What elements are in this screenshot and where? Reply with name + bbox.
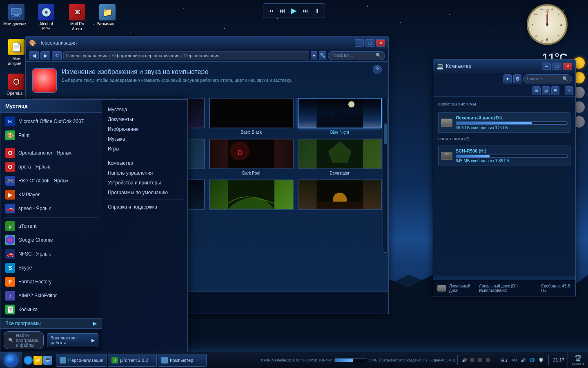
- media-next-btn[interactable]: ⏭: [301, 7, 310, 15]
- taskbar-item-utorrent[interactable]: μ μTorrent 2.0.2: [108, 354, 157, 367]
- breadcrumb-item-2[interactable]: Оформление и персонализация: [112, 53, 180, 58]
- help-btn[interactable]: ?: [373, 65, 382, 74]
- theme-item-sunset[interactable]: [298, 180, 382, 216]
- start-item-rise-atlanti[interactable]: 🎮 Rise Of Atlanti - Ярлык: [0, 174, 102, 188]
- start-item-opera-launcher[interactable]: O OperaLauncher - Ярлык: [0, 146, 102, 160]
- paint-label: Paint: [18, 132, 29, 138]
- computer-more-btn[interactable]: ⚙: [513, 74, 521, 83]
- taskbar-item-computer[interactable]: Компьютер: [158, 354, 207, 367]
- search-field[interactable]: Поиск в п... 🔍: [328, 51, 385, 60]
- close-btn[interactable]: ✕: [376, 39, 385, 47]
- start-right-images[interactable]: Изображения: [102, 124, 187, 134]
- tray-icon-1[interactable]: ⬛: [469, 357, 475, 364]
- opera-label: opera - Ярлык: [18, 164, 50, 170]
- tray-icon-3[interactable]: ⬛: [484, 357, 491, 364]
- maximize-btn[interactable]: □: [365, 39, 374, 47]
- tray-update-icon[interactable]: 🛡️: [538, 357, 544, 364]
- theme-item-green-bright[interactable]: [209, 180, 294, 216]
- drive-h-progress: [456, 155, 490, 157]
- quick-launch-ie[interactable]: 🌐: [24, 356, 33, 365]
- start-item-aimp2[interactable]: ♪ AIMP2 SkinEditor: [0, 289, 102, 303]
- start-item-nfsc[interactable]: 🚗 NFSC - Ярлык: [0, 247, 102, 261]
- start-right-control-panel[interactable]: Панель управления: [102, 168, 187, 178]
- theme-item-basic-black[interactable]: Basic Black: [209, 98, 294, 135]
- breadcrumb-item-1[interactable]: Панель управления: [66, 53, 107, 58]
- start-right-games[interactable]: Игры: [102, 144, 187, 154]
- search-box[interactable]: 🔍 Найти программы и файлы: [4, 331, 44, 349]
- tray-sound-icon[interactable]: 🔊: [520, 357, 526, 364]
- minimize-btn[interactable]: ─: [355, 39, 364, 47]
- media-play-btn[interactable]: ▶: [290, 5, 298, 16]
- outlook-icon: ✉: [5, 117, 15, 126]
- nav-extra-btn[interactable]: 🔧: [319, 51, 326, 60]
- media-prev-btn[interactable]: ⏮: [267, 7, 276, 15]
- start-item-format-factory[interactable]: F Format Factory: [0, 275, 102, 289]
- start-right-documents[interactable]: Документы: [102, 114, 187, 124]
- desktop-icon-mailru[interactable]: ✉ Mail.RuАгент: [63, 4, 91, 31]
- start-item-skype[interactable]: S Skype: [0, 261, 102, 275]
- start-item-outlook[interactable]: ✉ Microsoft Office OutlOok 2007: [0, 114, 102, 128]
- theme-item-blue-night[interactable]: Blue Night: [298, 98, 382, 135]
- bottom-drive-free: Свободно: 45,8 ГБ: [541, 284, 571, 293]
- desktop-icon-unnamed[interactable]: 📁 Безымян...: [93, 4, 122, 27]
- svg-text:8: 8: [535, 34, 537, 38]
- start-right-defaults[interactable]: Программы по умолчанию: [102, 188, 187, 197]
- start-right-devices[interactable]: Устройства и принтеры: [102, 178, 187, 188]
- start-right-mustacja[interactable]: Мустяца: [102, 105, 187, 114]
- tray-divider: [495, 355, 495, 365]
- tray-ru-icon[interactable]: RU: [511, 357, 517, 364]
- view-btn-4[interactable]: ?: [565, 86, 573, 95]
- computer-dropdown-btn[interactable]: ▾: [503, 74, 512, 83]
- start-item-opera[interactable]: O opera - Ярлык: [0, 160, 102, 174]
- taskbar-clock[interactable]: 21:17: [553, 357, 564, 363]
- nav-dropdown-btn[interactable]: ▾: [311, 51, 317, 60]
- start-item-speed[interactable]: 🚗 speed - Ярлык: [0, 202, 102, 215]
- computer-minimize-btn[interactable]: ─: [542, 63, 551, 70]
- opera-launcher-label: OperaLauncher - Ярлык: [18, 150, 71, 156]
- forward-btn[interactable]: ▶: [40, 51, 50, 60]
- start-item-chrome[interactable]: Google Chrome: [0, 233, 102, 247]
- start-menu: Мустяца ✉ Microsoft Office OutlOok 2007 …: [0, 99, 188, 352]
- view-btn-1[interactable]: ⊞: [532, 86, 541, 95]
- drive-h[interactable]: SCH-R500 (H:) 645 МБ свободно из 1,86 ГБ: [438, 146, 570, 166]
- theme-item-devastator[interactable]: Devastator: [298, 139, 382, 175]
- all-programs-btn[interactable]: Все программы ▶: [0, 318, 102, 328]
- start-item-utorrent[interactable]: μ μTorrent: [0, 219, 102, 233]
- desktop-icon-computer[interactable]: Мои докуме...: [2, 4, 31, 27]
- start-menu-left: Мустяца ✉ Microsoft Office OutlOok 2007 …: [0, 100, 102, 352]
- desktop-icon-alcohol[interactable]: 💿 Alcohol52%: [32, 4, 60, 31]
- quick-launch-show-desktop[interactable]: 🖥️: [43, 356, 52, 365]
- breadcrumb: Панель управления › Оформление и персона…: [63, 51, 309, 60]
- theme-scroll[interactable]: [383, 98, 388, 253]
- start-right-music[interactable]: Музыка: [102, 134, 187, 144]
- media-back-btn[interactable]: ⏭: [278, 7, 287, 15]
- show-desktop-recycle[interactable]: 🗑️ Корзина: [568, 352, 588, 368]
- shutdown-btn[interactable]: Завершение работы ▶: [47, 333, 98, 347]
- computer-search[interactable]: Поиск: К... 🔍: [523, 74, 572, 83]
- start-item-kmplayer[interactable]: ▶ KMPlayer: [0, 188, 102, 202]
- refresh-btn[interactable]: ↻: [52, 51, 62, 60]
- start-item-paint[interactable]: 🎨 Paint: [0, 128, 102, 142]
- drive-d[interactable]: Локальный диск (D:) 45,8 ГБ свободно из …: [438, 112, 570, 133]
- breadcrumb-item-3[interactable]: Персонализация: [184, 53, 219, 58]
- quick-launch-folder[interactable]: 📁: [33, 356, 42, 365]
- computer-close-btn[interactable]: ✕: [563, 63, 572, 70]
- theme-item-dark-pool[interactable]: D Dark Pool: [209, 139, 294, 175]
- taskbar-item-personalization[interactable]: Персонализация: [56, 354, 107, 367]
- start-right-computer[interactable]: Компьютер: [102, 158, 187, 168]
- lang-indicator[interactable]: Ru: [499, 358, 508, 363]
- drive-h-label: SCH-R500 (H:): [456, 148, 568, 153]
- tray-icon-2[interactable]: ⬛: [477, 357, 483, 364]
- back-btn[interactable]: ◀: [29, 51, 39, 60]
- start-button[interactable]: [0, 352, 22, 368]
- view-btn-3[interactable]: ☰: [551, 86, 559, 95]
- start-item-kosinka[interactable]: 🃏 Косынка: [0, 303, 102, 316]
- start-right-help[interactable]: Справка и поддержка: [102, 202, 187, 212]
- tray-network-icon[interactable]: 🔊: [461, 357, 468, 364]
- format-factory-icon: F: [5, 277, 15, 287]
- tray-network-status[interactable]: 🌐: [529, 357, 535, 364]
- system-tray: 🔊 ⬛ ⬛ ⬛ Ru RU 🔊 🌐 🛡️ 21:17: [457, 355, 568, 365]
- computer-maximize-btn[interactable]: □: [552, 63, 561, 70]
- view-btn-2[interactable]: ▤: [542, 86, 550, 95]
- media-pause-btn[interactable]: ⏸: [312, 7, 321, 15]
